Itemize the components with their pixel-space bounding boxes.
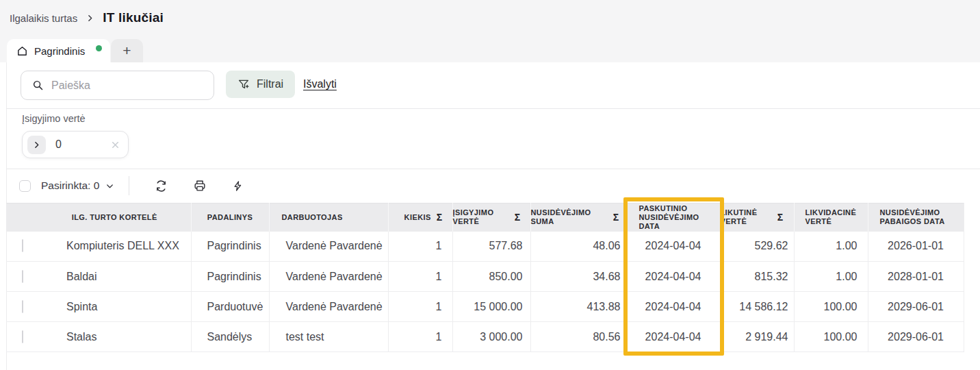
filter-chip: 0	[22, 131, 129, 158]
home-icon	[16, 45, 28, 57]
cell-residual-value: 14 586.12	[720, 292, 794, 322]
row-checkbox[interactable]	[22, 300, 23, 313]
cell-liquidation-value: 1.00	[794, 232, 868, 262]
table-toolbar: Pasirinkta: 0	[19, 173, 244, 198]
header-acq-value[interactable]: ĮSIGYJIMO VERTĖΣ	[452, 204, 530, 232]
header-checkbox-spacer	[6, 204, 38, 232]
cell-last-depr-date: 2024-04-04	[626, 262, 720, 292]
search-input[interactable]	[51, 79, 205, 92]
filters-button[interactable]: Filtrai	[226, 71, 295, 98]
header-depr-end-date[interactable]: NUSIDĖVĖJIMO PABAIGOS DATA	[868, 204, 964, 232]
operator-button[interactable]	[27, 136, 46, 154]
header-qty[interactable]: KIEKISΣ	[388, 204, 452, 232]
cell-card: Kompiuteris DELL XXX	[38, 232, 191, 262]
cell-last-depr-date: 2024-04-04	[626, 322, 720, 352]
selected-count-label: Pasirinkta: 0	[41, 180, 99, 192]
sigma-icon: Σ	[613, 213, 619, 222]
divider	[6, 108, 980, 109]
cell-liquidation-value: 100.00	[794, 322, 868, 352]
cell-card: Stalas	[38, 322, 191, 352]
cell-liquidation-value: 1.00	[794, 262, 868, 292]
header-employee[interactable]: DARBUOTOJAS	[269, 204, 388, 232]
row-checkbox[interactable]	[22, 330, 23, 343]
cell-employee: test test	[269, 322, 388, 352]
funnel-plus-icon	[237, 78, 250, 90]
cell-depr-sum: 48.06	[530, 232, 626, 262]
cell-acq-value: 850.00	[452, 262, 530, 292]
tab-bar: Pagrindinis +	[7, 39, 143, 62]
header-depr-sum[interactable]: NUSIDĖVĖJIMO SUMAΣ	[530, 204, 626, 232]
cell-last-depr-date: 2024-04-04	[626, 292, 720, 322]
header-last-depr-date[interactable]: PASKUTINIO NUSIDĖVĖJIMO DATA	[626, 204, 720, 232]
cell-depr-end-date: 2029-06-01	[868, 292, 964, 322]
cell-qty: 1	[388, 262, 452, 292]
cell-qty: 1	[388, 322, 452, 352]
cell-residual-value: 529.62	[720, 232, 794, 262]
cell-depr-end-date: 2029-06-01	[868, 322, 964, 352]
table-row: Stalas Sandėlys test test 1 3 000.00 80.…	[6, 322, 964, 352]
sigma-icon: Σ	[437, 213, 443, 222]
cell-card: Spinta	[38, 292, 191, 322]
filter-chip-value[interactable]: 0	[55, 138, 110, 151]
divider	[6, 169, 980, 169]
cell-department: Sandėlys	[191, 322, 269, 352]
filters-button-label: Filtrai	[257, 78, 283, 90]
cell-depr-sum: 80.56	[530, 322, 626, 352]
sigma-icon: Σ	[515, 213, 521, 222]
table-row: Kompiuteris DELL XXX Pagrindinis Vardenė…	[6, 232, 964, 262]
select-all-checkbox[interactable]	[19, 180, 31, 192]
header-liquidation-value[interactable]: LIKVIDACINĖ VERTĖ	[794, 204, 868, 232]
header-residual-value[interactable]: LIKUTINĖ VERTĖΣ	[720, 204, 794, 232]
header-residual-label: LIKUTINĖ VERTĖ	[721, 208, 772, 226]
add-tab-button[interactable]: +	[111, 39, 143, 62]
page-title: IT likučiai	[103, 10, 164, 25]
row-checkbox-cell	[6, 232, 38, 262]
print-button[interactable]	[193, 179, 207, 193]
tab-pagrindinis[interactable]: Pagrindinis	[7, 39, 110, 62]
table-row: Spinta Parduotuvė Vardenė Pavardenė 1 15…	[6, 292, 964, 322]
toolbar-divider	[129, 176, 129, 195]
header-card[interactable]: ILG. TURTO KORTELĖ	[38, 204, 191, 232]
cell-liquidation-value: 100.00	[794, 292, 868, 322]
chevron-right-icon	[86, 14, 94, 23]
header-row: ILG. TURTO KORTELĖ PADALINYS DARBUOTOJAS…	[6, 204, 964, 232]
search-icon	[32, 79, 44, 91]
assets-table: ILG. TURTO KORTELĖ PADALINYS DARBUOTOJAS…	[6, 203, 964, 352]
header-department[interactable]: PADALINYS	[191, 204, 269, 232]
search-box	[21, 71, 214, 100]
row-checkbox[interactable]	[22, 270, 23, 283]
row-checkbox-cell	[6, 292, 38, 322]
clear-filters-link[interactable]: Išvalyti	[303, 78, 337, 90]
cell-employee: Vardenė Pavardenė	[269, 262, 388, 292]
cell-acq-value: 577.68	[452, 232, 530, 262]
cell-department: Pagrindinis	[191, 232, 269, 262]
cell-depr-sum: 413.88	[530, 292, 626, 322]
chevron-down-icon	[105, 182, 114, 190]
selected-dropdown[interactable]: Pasirinkta: 0	[41, 180, 114, 192]
filter-chip-label: Įsigyjimo vertė	[22, 113, 86, 124]
cell-residual-value: 2 919.44	[720, 322, 794, 352]
header-depr-label: NUSIDĖVĖJIMO SUMA	[531, 208, 608, 226]
row-checkbox-cell	[6, 322, 38, 352]
refresh-button[interactable]	[155, 180, 168, 193]
row-checkbox-cell	[6, 262, 38, 292]
breadcrumb: Ilgalaikis turtas IT likučiai	[10, 10, 164, 25]
sigma-icon: Σ	[777, 213, 784, 222]
cell-qty: 1	[388, 292, 452, 322]
tab-status-dot	[96, 45, 102, 51]
table-row: Baldai Pagrindinis Vardenė Pavardenė 1 8…	[6, 262, 964, 292]
cell-card: Baldai	[38, 262, 191, 292]
row-checkbox[interactable]	[22, 239, 23, 252]
cell-acq-value: 15 000.00	[452, 292, 530, 322]
cell-depr-end-date: 2028-01-01	[868, 262, 964, 292]
header-acq-label: ĮSIGYJIMO VERTĖ	[453, 208, 509, 226]
breadcrumb-parent[interactable]: Ilgalaikis turtas	[10, 12, 77, 24]
cell-residual-value: 815.32	[720, 262, 794, 292]
header-qty-label: KIEKIS	[404, 213, 431, 222]
clear-chip-icon[interactable]	[110, 140, 120, 150]
cell-employee: Vardenė Pavardenė	[269, 292, 388, 322]
cell-department: Parduotuvė	[191, 292, 269, 322]
actions-bolt-button[interactable]	[232, 180, 244, 192]
tab-label: Pagrindinis	[34, 45, 85, 57]
cell-employee: Vardenė Pavardenė	[269, 232, 388, 262]
